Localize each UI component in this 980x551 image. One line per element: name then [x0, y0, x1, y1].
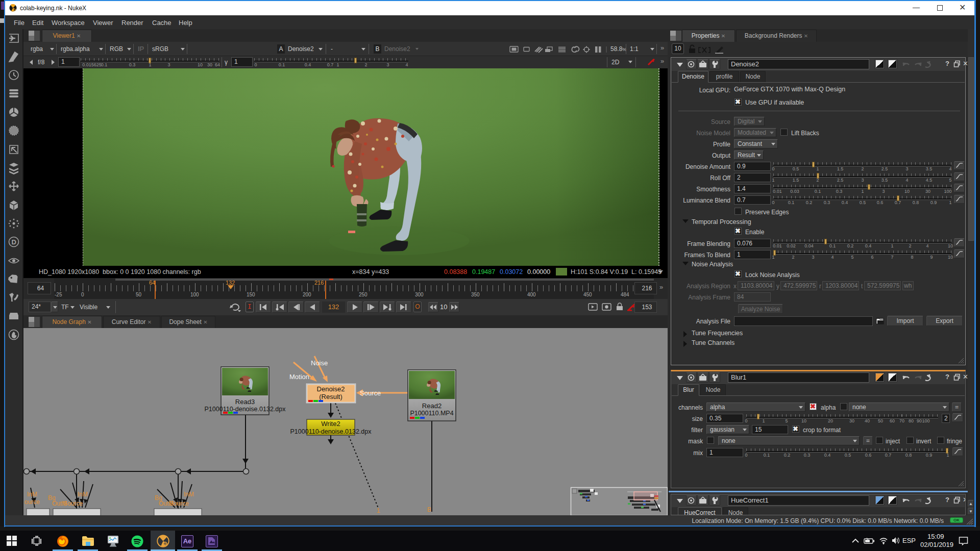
svg-text:Read2: Read2 — [422, 402, 442, 410]
svg-text:InM: InM — [184, 491, 194, 498]
svg-text:1: 1 — [377, 507, 380, 514]
svg-text:Motion: Motion — [289, 373, 309, 381]
svg-text:Denoise2: Denoise2 — [317, 385, 345, 393]
svg-text:(Result): (Result) — [319, 393, 342, 400]
svg-text:InM: InM — [78, 491, 88, 498]
svg-text:P1000110-denoise.0132.dpx: P1000110-denoise.0132.dpx — [290, 428, 372, 435]
svg-text:D: D — [12, 238, 16, 246]
svg-text:Source: Source — [169, 500, 189, 507]
svg-text:Write2: Write2 — [321, 420, 340, 428]
svg-text:InM: InM — [27, 491, 37, 498]
svg-text:P1000110-denoise.0132.dpx: P1000110-denoise.0132.dpx — [205, 406, 286, 413]
svg-text:ource: ource — [24, 498, 40, 506]
svg-text:Noise: Noise — [311, 359, 328, 367]
svg-text:Source: Source — [63, 500, 83, 507]
svg-text:Read3: Read3 — [235, 398, 255, 406]
svg-text:P1000110.MP4: P1000110.MP4 — [410, 410, 453, 417]
svg-text:B: B — [427, 506, 431, 513]
svg-text:Source: Source — [360, 389, 381, 397]
